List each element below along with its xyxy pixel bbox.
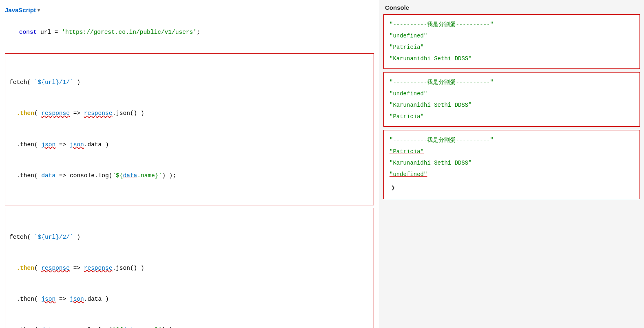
console-chevron: ❯ bbox=[389, 180, 634, 195]
code-line: .then( response => response.json() ) bbox=[9, 263, 370, 273]
fetch-block-2: fetch( `${url}/2/` ) .then( response => … bbox=[5, 208, 374, 328]
const-line: const url = 'https://gorest.co.in/public… bbox=[0, 17, 379, 51]
console-box-1: "----------我是分割蛋----------" "undefined" … bbox=[383, 14, 640, 69]
left-panel: JavaScript ▾ const url = 'https://gorest… bbox=[0, 0, 379, 328]
code-line: .then( json => json.data ) bbox=[9, 140, 370, 150]
console-box-2: "----------我是分割蛋----------" "undefined" … bbox=[383, 72, 640, 127]
js-language-label: JavaScript bbox=[5, 7, 36, 13]
console-box-3: "----------我是分割蛋----------" "Patricia" "… bbox=[383, 130, 640, 199]
code-line: fetch( `${url}/1/` ) bbox=[9, 77, 370, 88]
console-title: Console bbox=[379, 0, 644, 14]
console-line: "Patricia" bbox=[389, 146, 634, 157]
code-line: fetch( `${url}/2/` ) bbox=[9, 232, 370, 242]
console-line: "undefined" bbox=[389, 88, 634, 99]
console-line: "undefined" bbox=[389, 169, 634, 180]
console-line: "Karunanidhi Sethi DDSS" bbox=[389, 53, 634, 64]
url-string: 'https://gorest.co.in/public/v1/users' bbox=[62, 29, 197, 35]
console-line: "Patricia" bbox=[389, 42, 634, 53]
console-line: "----------我是分割蛋----------" bbox=[389, 77, 634, 88]
code-line: .then( data => console.log(`${data.name}… bbox=[9, 171, 370, 181]
code-line: .then( response => response.json() ) bbox=[9, 108, 370, 119]
js-header[interactable]: JavaScript ▾ bbox=[0, 4, 379, 17]
js-language-arrow: ▾ bbox=[38, 7, 40, 13]
kw-const: const bbox=[19, 29, 37, 35]
console-line: "----------我是分割蛋----------" bbox=[389, 19, 634, 30]
code-line: .then( data => console.log(`${data.name}… bbox=[9, 325, 370, 328]
fetch-block-1: fetch( `${url}/1/` ) .then( response => … bbox=[5, 53, 374, 205]
console-line: "undefined" bbox=[389, 30, 634, 42]
console-line: "----------我是分割蛋----------" bbox=[389, 134, 634, 146]
console-line: "Patricia" bbox=[389, 111, 634, 122]
console-line: "Karunanidhi Sethi DDSS" bbox=[389, 99, 634, 111]
console-line: "Karunanidhi Sethi DDSS" bbox=[389, 157, 634, 169]
code-line: .then( json => json.data ) bbox=[9, 294, 370, 304]
right-panel: Console "----------我是分割蛋----------" "und… bbox=[379, 0, 644, 328]
